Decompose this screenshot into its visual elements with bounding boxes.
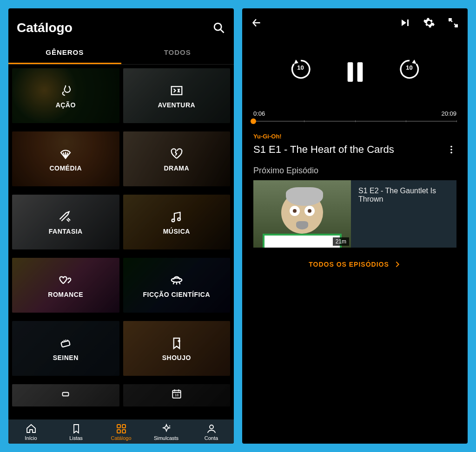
rewind-10-icon[interactable]: 10 [289, 57, 312, 87]
genre-label: FICÇÃO CIENTÍFICA [140, 291, 213, 298]
genre-tile-more-right[interactable]: 18 [123, 384, 231, 406]
nav-label: Listas [69, 435, 83, 441]
bookmark-sparkle-icon [169, 335, 185, 351]
nav-listas[interactable]: Listas [58, 423, 95, 441]
chevron-right-icon [394, 261, 401, 268]
fist-icon [58, 335, 73, 351]
genre-label: FANTASIA [46, 228, 86, 235]
genre-grid[interactable]: AÇÃO AVENTURA COMÉDIA DRAMA [8, 65, 234, 444]
calendar-icon: 18 [169, 386, 185, 402]
sword-icon [58, 209, 73, 225]
next-episode-card[interactable]: 21m S1 E2 - The Gauntlet Is Thrown [253, 180, 456, 248]
svg-text:18: 18 [175, 393, 178, 397]
next-episode-duration: 21m [333, 237, 349, 246]
gear-icon[interactable] [423, 17, 435, 29]
player-topbar [242, 8, 468, 29]
genre-tile-shoujo[interactable]: SHOUJO [123, 321, 231, 376]
music-note-icon [169, 209, 185, 225]
nav-catalogo[interactable]: Catálogo [103, 423, 140, 441]
page-title: Catálogo [17, 20, 73, 35]
svg-point-3 [172, 219, 174, 222]
next-episode-heading: Próximo Episódio [253, 166, 456, 176]
genre-tile-seinen[interactable]: SEINEN [12, 321, 119, 376]
genre-label: DRAMA [161, 164, 192, 172]
svg-line-1 [221, 30, 224, 33]
genre-label: ROMANCE [45, 291, 86, 298]
nav-label: Início [25, 435, 37, 441]
genre-tile-fantasia[interactable]: FANTASIA [12, 195, 119, 249]
next-episode-title: S1 E2 - The Gauntlet Is Thrown [351, 180, 456, 248]
catalog-header: Catálogo [8, 8, 234, 40]
genre-tile-aventura[interactable]: AVENTURA [123, 68, 231, 123]
nav-label: Conta [205, 435, 218, 441]
genre-label: MÚSICA [160, 228, 193, 235]
seek-thumb[interactable] [251, 118, 256, 124]
svg-rect-15 [407, 20, 409, 26]
seek-track[interactable] [253, 121, 456, 122]
total-time: 20:09 [441, 110, 456, 117]
tab-todos[interactable]: TODOS [121, 40, 234, 64]
tab-generos[interactable]: GÊNEROS [8, 40, 121, 64]
hearts-icon [58, 272, 73, 288]
svg-rect-12 [117, 430, 120, 433]
nav-simulcasts[interactable]: Simulcasts [148, 423, 185, 441]
pause-button[interactable] [342, 59, 368, 85]
back-icon[interactable] [251, 17, 263, 29]
svg-point-14 [210, 425, 213, 429]
forward-10-icon[interactable]: 10 [398, 57, 421, 87]
svg-point-4 [178, 218, 180, 221]
ufo-icon [169, 272, 185, 288]
fullscreen-icon[interactable] [447, 17, 459, 29]
next-episode-thumbnail: 21m [253, 180, 351, 248]
current-time: 0:06 [253, 110, 265, 117]
series-name[interactable]: Yu-Gi-Oh! [253, 133, 456, 140]
flame-icon [58, 83, 73, 98]
broken-heart-icon [169, 146, 185, 162]
nav-inicio[interactable]: Início [13, 423, 50, 441]
forward-seconds: 10 [398, 64, 421, 71]
grid-icon [116, 423, 127, 434]
all-episodes-button[interactable]: TODOS OS EPISÓDIOS [253, 248, 456, 281]
skip-next-icon[interactable] [400, 17, 411, 28]
svg-point-0 [214, 23, 221, 30]
genre-label: AÇÃO [53, 101, 79, 109]
genre-tile-ficcao[interactable]: FICÇÃO CIENTÍFICA [123, 258, 231, 313]
catalog-screen: Catálogo GÊNEROS TODOS AÇÃO AV [8, 8, 234, 444]
home-icon [26, 423, 37, 434]
catalog-tabs: GÊNEROS TODOS [8, 40, 234, 65]
sparkle-icon [161, 423, 172, 434]
svg-point-18 [450, 146, 452, 148]
nav-label: Catálogo [111, 435, 131, 441]
genre-tile-musica[interactable]: MÚSICA [123, 195, 231, 249]
map-icon [169, 83, 185, 98]
fan-icon [58, 146, 73, 162]
genre-label: SEINEN [50, 354, 81, 361]
svg-rect-16 [347, 62, 353, 82]
rewind-seconds: 10 [289, 64, 312, 71]
svg-point-19 [450, 149, 452, 151]
genre-label: SHOUJO [159, 354, 194, 361]
svg-rect-10 [117, 425, 120, 428]
genre-label: AVENTURA [155, 101, 198, 109]
svg-rect-13 [122, 430, 126, 433]
genre-tile-drama[interactable]: DRAMA [123, 131, 231, 186]
genre-tile-comedia[interactable]: COMÉDIA [12, 131, 119, 186]
genre-tile-acao[interactable]: AÇÃO [12, 68, 119, 123]
search-icon[interactable] [212, 21, 225, 34]
svg-point-5 [172, 278, 182, 282]
time-bar: 0:06 20:09 [242, 110, 468, 122]
genre-label: COMÉDIA [46, 164, 85, 172]
more-options-icon[interactable] [446, 144, 456, 155]
svg-rect-2 [172, 86, 182, 95]
svg-rect-7 [63, 393, 69, 396]
all-episodes-label: TODOS OS EPISÓDIOS [309, 261, 389, 268]
episode-title: S1 E1 - The Heart of the Cards [253, 144, 394, 156]
player-screen: 10 10 0:06 20:09 Yu-Gi-Oh! [242, 8, 468, 444]
svg-rect-17 [357, 62, 363, 82]
bottom-nav: Início Listas Catálogo Simulcasts Conta [8, 419, 234, 444]
genre-tile-romance[interactable]: ROMANCE [12, 258, 119, 313]
genre-tile-more-left[interactable] [12, 384, 119, 406]
person-icon [206, 423, 217, 434]
bookmark-icon [71, 423, 82, 434]
nav-conta[interactable]: Conta [193, 423, 230, 441]
